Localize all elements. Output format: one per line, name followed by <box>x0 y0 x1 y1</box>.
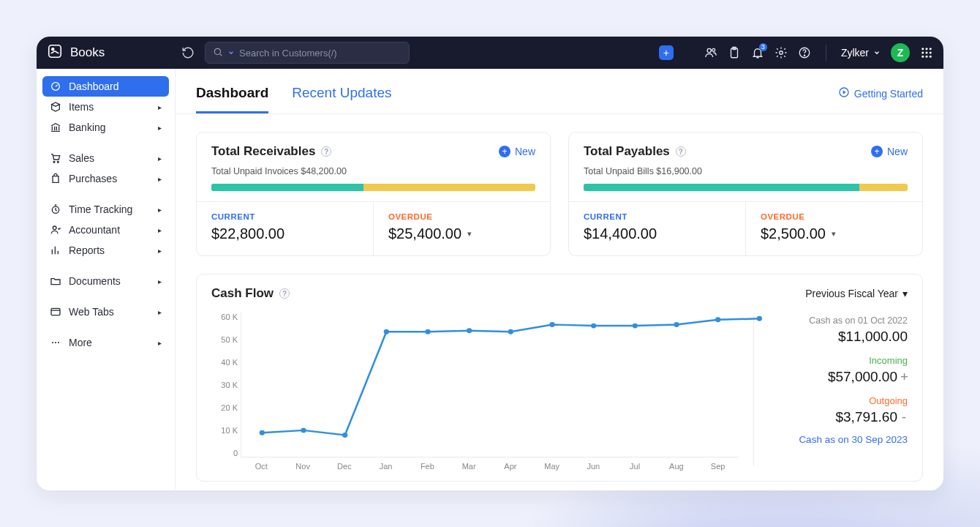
quick-create-button[interactable]: + <box>659 45 674 60</box>
sidebar-item-label: More <box>69 337 92 348</box>
sidebar-item-banking[interactable]: Banking▸ <box>42 117 169 138</box>
refresh-icon[interactable] <box>181 46 195 59</box>
outgoing-label: Outgoing <box>769 395 908 406</box>
sidebar-item-purchases[interactable]: Purchases▸ <box>42 168 169 189</box>
sidebar-item-time-tracking[interactable]: Time Tracking▸ <box>42 199 169 220</box>
top-icons: + 3 Zylker Z <box>659 43 933 62</box>
chevron-down-icon[interactable]: ▾ <box>832 229 836 239</box>
overdue-label: OVERDUE <box>761 212 908 221</box>
plot-area <box>241 313 739 457</box>
current-label: CURRENT <box>211 212 358 221</box>
chevron-right-icon: ▸ <box>158 175 162 183</box>
svg-point-4 <box>712 48 715 51</box>
cashflow-card: Cash Flow ? Previous Fiscal Year ▾ 60 K5… <box>196 274 923 482</box>
svg-point-2 <box>214 48 220 54</box>
documents-icon <box>50 275 61 287</box>
svg-point-31 <box>342 433 347 438</box>
web-tabs-icon <box>50 306 61 318</box>
sidebar-item-label: Documents <box>69 275 121 287</box>
svg-point-26 <box>55 342 56 343</box>
org-name: Zylker <box>841 47 869 59</box>
sidebar-item-documents[interactable]: Documents▸ <box>42 271 169 291</box>
svg-point-12 <box>930 48 932 50</box>
closing-balance-link[interactable]: Cash as on 30 Sep 2023 <box>769 434 908 445</box>
getting-started-link[interactable]: Getting Started <box>838 86 923 108</box>
svg-point-30 <box>301 427 306 433</box>
svg-point-10 <box>921 48 924 50</box>
clipboard-icon[interactable] <box>728 46 741 59</box>
help-icon[interactable] <box>798 46 811 59</box>
y-tick: 40 K <box>211 358 238 367</box>
cashflow-chart: 60 K50 K40 K30 K20 K10 K0 OctNovDecJanFe… <box>211 313 739 474</box>
gear-icon[interactable] <box>774 46 788 59</box>
sidebar-item-more[interactable]: More▸ <box>42 332 169 353</box>
chevron-right-icon: ▸ <box>158 277 162 285</box>
avatar[interactable]: Z <box>891 43 910 62</box>
items-icon <box>50 101 61 113</box>
org-switcher[interactable]: Zylker <box>841 47 881 59</box>
payables-new-button[interactable]: + New <box>871 146 908 157</box>
receivables-current-amount: $22,800.00 <box>211 225 358 242</box>
sidebar-item-accountant[interactable]: Accountant▸ <box>42 220 169 240</box>
svg-point-39 <box>674 322 679 327</box>
y-tick: 0 <box>211 449 238 457</box>
new-label: New <box>515 146 535 157</box>
svg-point-40 <box>715 317 720 322</box>
svg-point-27 <box>58 342 59 343</box>
getting-started-label: Getting Started <box>854 88 923 100</box>
x-tick: Dec <box>324 462 366 474</box>
svg-point-23 <box>53 226 56 230</box>
chevron-down-icon[interactable]: ▾ <box>467 229 472 239</box>
svg-point-15 <box>930 52 932 54</box>
chevron-right-icon: ▸ <box>158 339 162 347</box>
payables-subtext: Total Unpaid Bills $16,900.00 <box>569 166 922 184</box>
period-label: Previous Fiscal Year <box>805 288 898 299</box>
y-tick: 10 K <box>211 426 238 435</box>
x-tick: Jul <box>614 462 656 474</box>
cashflow-summary: Cash as on 01 Oct 2022 $11,000.00 Incomi… <box>769 313 908 474</box>
help-icon[interactable]: ? <box>321 146 331 157</box>
brand-logo-icon <box>47 43 63 63</box>
receivables-new-button[interactable]: + New <box>499 146 535 157</box>
dashboard-icon <box>50 81 61 92</box>
sidebar-item-sales[interactable]: Sales▸ <box>42 148 169 168</box>
sidebar-item-web-tabs[interactable]: Web Tabs▸ <box>42 302 169 322</box>
overdue-label: OVERDUE <box>388 212 535 221</box>
tab-dashboard[interactable]: Dashboard <box>196 81 268 113</box>
banking-icon <box>50 122 61 133</box>
new-label: New <box>887 146 908 157</box>
x-tick: Mar <box>448 462 490 474</box>
payables-overdue-amount: $2,500.00 <box>761 225 826 242</box>
svg-rect-24 <box>51 308 60 315</box>
receivables-overdue-amount: $25,400.00 <box>388 225 461 242</box>
current-label: CURRENT <box>584 212 731 221</box>
help-icon[interactable]: ? <box>676 146 686 157</box>
minus-sign: - <box>900 409 908 425</box>
x-tick: Aug <box>656 462 698 474</box>
sidebar-item-label: Accountant <box>69 224 120 236</box>
x-tick: Jun <box>573 462 614 474</box>
incoming-label: Incoming <box>769 355 908 366</box>
bell-icon[interactable]: 3 <box>751 46 764 59</box>
sidebar-item-items[interactable]: Items▸ <box>42 97 169 117</box>
search-input[interactable] <box>239 48 402 59</box>
receivables-title: Total Receivables <box>211 144 315 159</box>
users-icon[interactable] <box>704 46 717 59</box>
tab-recent-updates[interactable]: Recent Updates <box>292 81 391 113</box>
help-icon[interactable]: ? <box>279 288 290 299</box>
payables-card: Total Payables ? + New Total Unpaid Bill… <box>568 132 923 256</box>
svg-point-33 <box>425 329 430 334</box>
brand-name: Books <box>70 45 105 60</box>
sidebar-item-reports[interactable]: Reports▸ <box>42 240 169 261</box>
chevron-down-icon[interactable] <box>227 48 235 59</box>
search-box[interactable] <box>205 42 410 64</box>
period-selector[interactable]: Previous Fiscal Year ▾ <box>805 288 908 299</box>
svg-point-29 <box>260 430 265 436</box>
apps-grid-icon[interactable] <box>920 46 933 59</box>
chevron-right-icon: ▸ <box>158 154 162 162</box>
sidebar-item-dashboard[interactable]: Dashboard <box>42 76 169 97</box>
x-tick: Feb <box>407 462 448 474</box>
x-tick: Oct <box>241 462 282 474</box>
plus-circle-icon: + <box>499 146 510 157</box>
x-tick: May <box>531 462 573 474</box>
